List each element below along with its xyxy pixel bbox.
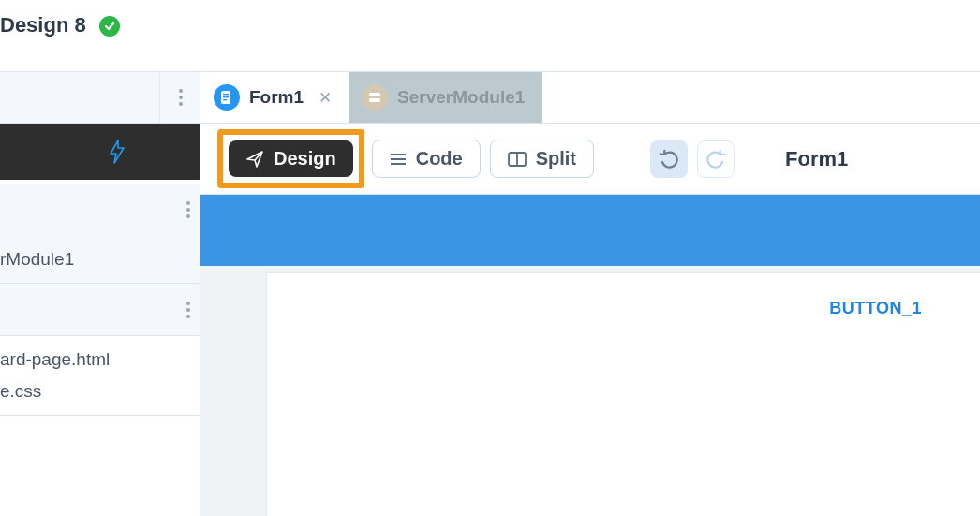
tabs-row: Form1 ✕ ServerModule1 bbox=[0, 71, 980, 124]
undo-icon bbox=[659, 149, 679, 170]
design-button[interactable]: Design bbox=[229, 140, 353, 177]
tab-servermodule1[interactable]: ServerModule1 bbox=[349, 72, 542, 123]
section-menu-button[interactable] bbox=[0, 184, 200, 236]
section-menu-button[interactable] bbox=[0, 284, 200, 336]
toolbar: Design Code Split bbox=[200, 124, 980, 195]
list-icon bbox=[390, 152, 407, 167]
redo-icon bbox=[705, 149, 726, 170]
tab-label: Form1 bbox=[249, 87, 304, 108]
sidebar-section-files: ard-page.html e.css bbox=[0, 284, 200, 416]
tab-form1[interactable]: Form1 ✕ bbox=[200, 72, 349, 123]
form-title-bar[interactable] bbox=[200, 195, 980, 266]
current-form-name: Form1 bbox=[785, 147, 848, 171]
svg-rect-4 bbox=[369, 93, 380, 96]
form-icon bbox=[214, 84, 240, 111]
form-card[interactable]: BUTTON_1 bbox=[266, 272, 980, 516]
svg-rect-3 bbox=[223, 99, 227, 100]
canvas-wrap: BUTTON_1 bbox=[200, 195, 980, 516]
svg-rect-2 bbox=[223, 96, 229, 97]
button-label: Split bbox=[536, 148, 576, 170]
button-label: Design bbox=[274, 148, 336, 170]
sidebar: rModule1 ard-page.html e.css bbox=[0, 124, 200, 516]
status-check-icon bbox=[99, 16, 120, 37]
code-button[interactable]: Code bbox=[372, 140, 481, 178]
main-area: Design Code Split bbox=[200, 124, 980, 516]
undo-button[interactable] bbox=[650, 140, 688, 178]
tab-label: ServerModule1 bbox=[397, 87, 525, 108]
redo-button[interactable] bbox=[697, 140, 735, 178]
tabs-menu-button[interactable] bbox=[159, 72, 200, 123]
sidebar-item-module[interactable]: rModule1 bbox=[0, 236, 200, 283]
split-button[interactable]: Split bbox=[490, 140, 594, 178]
svg-rect-5 bbox=[369, 98, 380, 102]
split-icon bbox=[508, 152, 527, 167]
sidebar-action-bar bbox=[0, 124, 200, 184]
project-title: Design 8 bbox=[0, 13, 86, 37]
highlight-frame: Design bbox=[217, 129, 364, 188]
sidebar-file-css[interactable]: e.css bbox=[0, 376, 200, 415]
svg-rect-1 bbox=[223, 94, 229, 95]
paper-plane-icon bbox=[245, 150, 264, 169]
vertical-dots-icon bbox=[179, 89, 183, 106]
bolt-icon[interactable] bbox=[108, 140, 126, 164]
sidebar-section-1: rModule1 bbox=[0, 184, 200, 284]
button-1-component[interactable]: BUTTON_1 bbox=[829, 299, 922, 318]
vertical-dots-icon bbox=[186, 201, 190, 218]
close-icon[interactable]: ✕ bbox=[319, 88, 332, 108]
top-header: Design 8 bbox=[0, 0, 980, 71]
tabs-spacer bbox=[0, 72, 159, 123]
design-canvas[interactable]: BUTTON_1 bbox=[200, 266, 980, 516]
sidebar-file-html[interactable]: ard-page.html bbox=[0, 336, 200, 376]
button-label: Code bbox=[416, 148, 463, 170]
server-icon bbox=[362, 84, 388, 111]
vertical-dots-icon bbox=[186, 302, 190, 318]
